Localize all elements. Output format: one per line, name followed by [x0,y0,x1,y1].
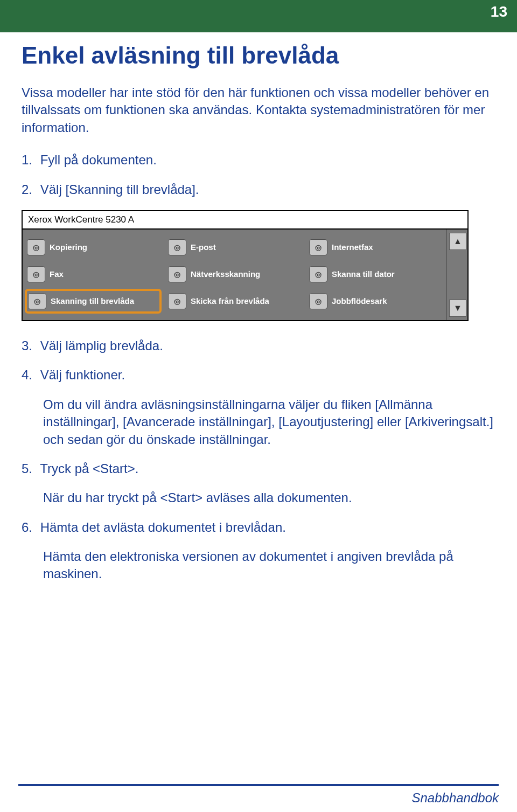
step-3: 3. Välj lämplig brevlåda. [22,337,499,355]
step-5-text: Tryck på <Start>. [40,461,138,476]
function-icon: ◎ [28,293,46,309]
step-4-text: Välj funktioner. [40,367,125,382]
step-5: 5. Tryck på <Start>. [22,460,499,477]
intro-paragraph: Vissa modeller har inte stöd för den här… [22,84,499,136]
device-option-7[interactable]: ◎Skicka från brevlåda [166,289,303,314]
step-2: 2. Välj [Skanning till brevlåda]. [22,181,499,198]
device-option-0[interactable]: ◎Kopiering [25,235,162,260]
device-option-1[interactable]: ◎E-post [166,235,303,260]
device-title: Xerox WorkCentre 5230 A [23,211,467,230]
device-option-5[interactable]: ◎Skanna till dator [307,262,444,287]
page-title: Enkel avläsning till brevlåda [22,42,499,69]
device-option-label: Skicka från brevlåda [191,296,269,306]
device-option-label: Skanning till brevlåda [51,296,134,306]
note-4: Om du vill ändra avläsningsinställningar… [43,396,499,448]
step-1-num: 1. [22,152,32,167]
device-option-label: Internetfax [332,242,373,252]
device-option-2[interactable]: ◎Internetfax [307,235,444,260]
device-option-3[interactable]: ◎Fax [25,262,162,287]
device-option-label: Kopiering [50,242,87,252]
step-1: 1. Fyll på dokumenten. [22,151,499,169]
header-bar: 13 [0,0,517,32]
device-option-label: Fax [50,269,64,279]
step-6-num: 6. [22,520,32,535]
function-icon: ◎ [168,293,186,309]
step-2-text: Välj [Skanning till brevlåda]. [40,182,199,197]
step-1-text: Fyll på dokumenten. [40,152,157,167]
step-4: 4. Välj funktioner. [22,366,499,384]
function-icon: ◎ [309,266,327,282]
device-body: ◎Kopiering◎E-post◎Internetfax◎Fax◎Nätver… [23,230,467,320]
step-5-num: 5. [22,461,32,476]
scroll-up-button[interactable]: ▲ [449,233,466,250]
step-6: 6. Hämta det avlästa dokumentet i brevlå… [22,519,499,536]
device-option-label: E-post [191,242,216,252]
step-3-num: 3. [22,338,32,353]
function-icon: ◎ [168,239,186,255]
scroll-down-button[interactable]: ▼ [449,300,466,317]
step-3-text: Välj lämplig brevlåda. [40,338,163,353]
device-option-label: Jobbflödesark [332,296,387,306]
function-icon: ◎ [27,266,45,282]
function-icon: ◎ [27,239,45,255]
function-icon: ◎ [309,293,327,309]
device-screenshot: Xerox WorkCentre 5230 A ◎Kopiering◎E-pos… [22,210,469,321]
device-option-8[interactable]: ◎Jobbflödesark [307,289,444,314]
device-grid: ◎Kopiering◎E-post◎Internetfax◎Fax◎Nätver… [23,230,446,320]
step-6-text: Hämta det avlästa dokumentet i brevlådan… [40,520,286,535]
device-option-label: Nätverksskanning [191,269,260,279]
step-2-num: 2. [22,182,32,197]
page-number: 13 [491,3,507,20]
device-option-6[interactable]: ◎Skanning till brevlåda [25,289,162,314]
note-6: Hämta den elektroniska versionen av doku… [43,548,499,583]
function-icon: ◎ [168,266,186,282]
footer-text: Snabbhandbok [412,790,499,806]
note-5: När du har tryckt på <Start> avläses all… [43,489,499,506]
footer-rule [18,784,499,786]
device-option-4[interactable]: ◎Nätverksskanning [166,262,303,287]
scroll-bar: ▲ ▼ [446,230,467,320]
device-option-label: Skanna till dator [332,269,395,279]
function-icon: ◎ [309,239,327,255]
step-4-num: 4. [22,367,32,382]
